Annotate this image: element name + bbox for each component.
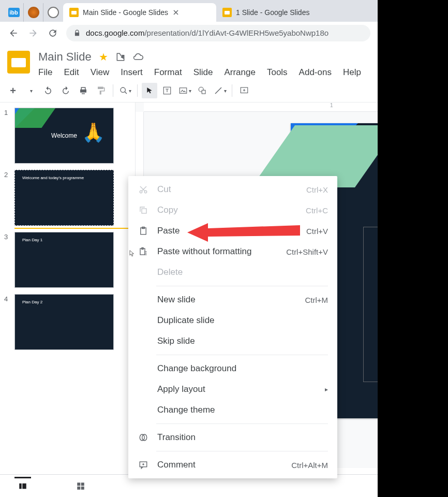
copy-icon: [138, 204, 149, 216]
filmstrip-view-button[interactable]: [14, 477, 31, 493]
horizontal-ruler: 1: [144, 103, 378, 112]
ctx-item-comment[interactable]: CommentCtrl+Alt+M: [128, 455, 337, 475]
cloud-status-icon[interactable]: [133, 52, 143, 62]
document-title[interactable]: Main Slide: [38, 50, 92, 64]
ctx-label: New slide: [157, 295, 296, 305]
shape-tool[interactable]: [195, 83, 210, 98]
ctx-label: Transition: [157, 432, 328, 443]
thumb-text: Welcome and today's programme: [22, 176, 84, 180]
pinned-tab-3[interactable]: [43, 3, 63, 22]
slide-thumbnail[interactable]: Plan Day 2: [14, 294, 114, 350]
insertion-indicator: [14, 228, 130, 229]
browser-tab-active[interactable]: Main Slide - Google Slides: [63, 3, 216, 22]
ctx-item-change-background[interactable]: Change background: [128, 358, 337, 379]
blank-icon: [138, 384, 149, 395]
move-icon[interactable]: [115, 52, 126, 62]
thumb-text: Welcome: [51, 132, 77, 139]
menu-slide[interactable]: Slide: [193, 67, 213, 78]
browser-tab-inactive[interactable]: 1 Slide - Google Slides: [216, 3, 335, 22]
ctx-shortcut: Ctrl+V: [306, 227, 328, 236]
slide-thumbnail[interactable]: Welcome 🙏: [14, 108, 114, 164]
pinned-tab-2[interactable]: [24, 3, 43, 22]
slide-thumbnail[interactable]: Plan Day 1: [14, 232, 114, 288]
menu-separator: [156, 286, 328, 286]
undo-button[interactable]: [40, 83, 56, 98]
ctx-item-new-slide[interactable]: New slideCtrl+M: [128, 289, 337, 310]
browser-toolbar: docs.google.com/presentation/d/1lYdiAvt-…: [0, 22, 378, 45]
ctx-label: Change theme: [157, 405, 328, 415]
slides-favicon-icon: [222, 8, 232, 17]
zoom-button[interactable]: ▾: [117, 83, 133, 98]
ctx-item-transition[interactable]: Transition: [128, 427, 337, 448]
tab-label: Main Slide - Google Slides: [83, 8, 168, 17]
canvas-textbox[interactable]: [363, 227, 378, 382]
select-tool[interactable]: [142, 83, 157, 98]
image-tool[interactable]: ▾: [177, 83, 192, 98]
blank-icon: [138, 363, 149, 374]
ctx-item-paste[interactable]: PasteCtrl+V: [128, 221, 337, 241]
ctx-label: Paste: [157, 226, 298, 236]
grid-view-button[interactable]: [72, 478, 89, 494]
line-tool[interactable]: ▾: [212, 83, 228, 98]
ctx-shortcut: Ctrl+C: [306, 206, 328, 215]
ctx-item-change-theme[interactable]: Change theme: [128, 400, 337, 420]
ctx-shortcut: Ctrl+Alt+M: [291, 461, 328, 470]
thumb-text: Plan Day 1: [22, 238, 42, 242]
print-button[interactable]: [76, 83, 91, 98]
context-menu: CutCtrl+XCopyCtrl+CPasteCtrl+VPaste with…: [128, 176, 337, 478]
menu-edit[interactable]: Edit: [64, 67, 79, 78]
ctx-item-copy: CopyCtrl+C: [128, 200, 337, 221]
menu-file[interactable]: File: [38, 67, 52, 78]
slide-thumb-row[interactable]: 1 Welcome 🙏: [4, 108, 131, 164]
address-bar[interactable]: docs.google.com/presentation/d/1lYdiAvt-…: [66, 25, 370, 41]
ctx-label: Cut: [157, 184, 298, 195]
menu-separator: [156, 423, 328, 424]
redo-button[interactable]: [58, 83, 73, 98]
comment-tool[interactable]: [236, 83, 252, 98]
menu-insert[interactable]: Insert: [121, 67, 143, 78]
slides-app-icon[interactable]: [7, 51, 30, 74]
textbox-tool[interactable]: [159, 83, 175, 98]
menu-help[interactable]: Help: [343, 67, 361, 78]
ctx-item-cut: CutCtrl+X: [128, 179, 337, 200]
menu-format[interactable]: Format: [154, 67, 182, 78]
filmstrip-panel[interactable]: 1 Welcome 🙏 2 Welcome and today's progra…: [0, 103, 136, 468]
ctx-label: Copy: [157, 205, 297, 215]
ctx-label: Paste without formatting: [157, 246, 278, 257]
slide-thumb-row[interactable]: 3 Plan Day 1: [4, 232, 131, 288]
blank-icon: [138, 294, 149, 305]
slide-number: 4: [4, 294, 10, 303]
url-host: docs.google.com: [86, 28, 144, 37]
slide-thumb-row[interactable]: 4 Plan Day 2: [4, 294, 131, 350]
slide-number: 1: [4, 108, 10, 116]
ctx-item-apply-layout[interactable]: Apply layout▸: [128, 379, 337, 400]
ctx-item-duplicate-slide[interactable]: Duplicate slide: [128, 310, 337, 331]
cut-icon: [138, 184, 149, 195]
lock-icon: [73, 30, 81, 37]
pinned-tab-1[interactable]: ibb: [4, 3, 24, 22]
slide-thumbnail[interactable]: Welcome and today's programme: [14, 170, 114, 226]
menu-separator: [156, 355, 328, 355]
paint-format-button[interactable]: [93, 83, 109, 98]
paste-icon: [138, 225, 149, 237]
thumb-text: Plan Day 2: [22, 300, 42, 304]
new-slide-dd[interactable]: ▾: [23, 83, 38, 98]
tab-label: 1 Slide - Google Slides: [236, 8, 309, 17]
new-slide-button[interactable]: +: [5, 83, 21, 98]
back-button[interactable]: [7, 27, 20, 39]
close-icon[interactable]: [172, 9, 180, 16]
ctx-item-skip-slide[interactable]: Skip slide: [128, 331, 337, 352]
menu-tools[interactable]: Tools: [267, 67, 288, 78]
slide-thumb-row[interactable]: 2 Welcome and today's programme: [4, 170, 131, 226]
reload-button[interactable]: [47, 27, 59, 39]
menu-bar: File Edit View Insert Format Slide Arran…: [38, 64, 361, 78]
forward-button[interactable]: [27, 27, 39, 39]
star-icon[interactable]: ★: [99, 51, 108, 63]
menu-arrange[interactable]: Arrange: [224, 67, 255, 78]
menu-view[interactable]: View: [91, 67, 110, 78]
ctx-item-paste-without-formatting[interactable]: Paste without formattingCtrl+Shift+V: [128, 241, 337, 262]
comment-icon: [138, 459, 149, 471]
svg-rect-6: [19, 483, 22, 489]
toolbar: + ▾ ▾ ▾ ▾: [0, 79, 378, 103]
menu-addons[interactable]: Add-ons: [299, 67, 332, 78]
